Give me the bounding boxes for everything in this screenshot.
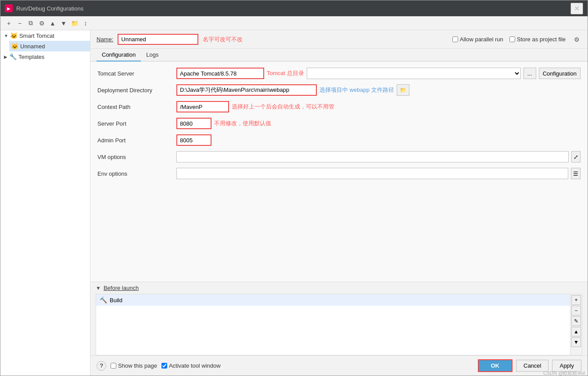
show-this-page-label: Show this page	[118, 362, 157, 369]
deployment-dir-control: 选择项目中 webapp 文件路径 📁	[176, 84, 581, 96]
title-bar: ▶ Run/Debug Configurations ✕	[0, 0, 588, 16]
tabs: Configuration Logs	[90, 49, 588, 61]
down-config-button[interactable]: ▼	[59, 18, 68, 28]
context-path-label: Context Path	[97, 104, 176, 110]
form-row-env-options: Env options ☰	[97, 168, 581, 179]
unnamed-icon: 🐱	[11, 43, 18, 50]
launch-list-wrapper: 🔨 Build + − ✎ ▲ ▼	[96, 294, 582, 355]
footer: ? Show this page Activate tool window OK…	[90, 355, 588, 376]
show-this-page-group[interactable]: Show this page	[111, 362, 157, 369]
name-label: Name:	[97, 36, 113, 43]
env-options-control: ☰	[176, 168, 581, 179]
admin-port-label: Admin Port	[97, 137, 176, 144]
remove-config-button[interactable]: −	[15, 18, 25, 28]
footer-left: ? Show this page Activate tool window	[97, 361, 221, 371]
form-row-tomcat-server: Tomcat Server Tomcat 总目录 ... Configurati…	[97, 68, 581, 79]
server-port-control: 不用修改，使用默认值	[176, 118, 581, 129]
env-options-input[interactable]	[176, 168, 568, 179]
launch-down-button[interactable]: ▼	[571, 337, 581, 347]
tomcat-server-label: Tomcat Server	[97, 70, 176, 77]
side-btn-col: + − ✎ ▲ ▼	[570, 294, 582, 355]
server-port-hint: 不用修改，使用默认值	[214, 119, 271, 127]
tomcat-server-dropdown[interactable]	[307, 68, 521, 79]
name-input[interactable]	[118, 34, 198, 45]
tomcat-hint: Tomcat 总目录	[267, 69, 304, 77]
launch-add-button[interactable]: +	[571, 295, 581, 305]
sidebar-tree-section: 🐱 Unnamed	[0, 41, 90, 51]
store-as-project-file-checkbox[interactable]	[509, 36, 515, 42]
run-debug-dialog: ▶ Run/Debug Configurations ✕ + − ⧉ ⚙ ▲ ▼…	[0, 0, 588, 376]
deployment-dir-input[interactable]	[176, 84, 317, 96]
sidebar-item-unnamed[interactable]: 🐱 Unnamed	[9, 41, 90, 51]
folder-config-button[interactable]: 📁	[70, 18, 79, 28]
before-launch-expand-icon[interactable]: ▼	[96, 285, 101, 291]
env-options-edit-button[interactable]: ☰	[571, 168, 581, 179]
vm-options-expand-button[interactable]: ⤢	[571, 151, 581, 163]
name-bar: Name: 名字可改可不改 Allow parallel run Store a…	[90, 30, 588, 49]
sidebar: ▼ 🐱 Smart Tomcat 🐱 Unnamed ▶ 🔧 Templates	[0, 30, 90, 376]
up-config-button[interactable]: ▲	[48, 18, 57, 28]
show-this-page-checkbox[interactable]	[111, 363, 116, 369]
help-button[interactable]: ?	[97, 361, 106, 371]
before-launch-header: ▼ Before launch	[90, 282, 588, 294]
vm-options-control: ⤢	[176, 151, 581, 163]
deployment-hint: 选择项目中 webapp 文件路径	[319, 86, 394, 94]
build-icon: 🔨	[100, 296, 107, 304]
admin-port-input[interactable]	[176, 134, 212, 146]
vm-options-input[interactable]	[176, 151, 569, 163]
deployment-dir-label: Deployment Directory	[97, 87, 176, 94]
before-launch-section: ▼ Before launch 🔨 Build + −	[90, 282, 588, 355]
form-row-context-path: Context Path 选择好上一个后会自动生成，可以不用管	[97, 101, 581, 112]
watermark: CSDN @欧欧欧wul	[543, 370, 585, 376]
allow-parallel-run-label: Allow parallel run	[460, 36, 503, 43]
server-port-label: Server Port	[97, 120, 176, 127]
form-row-deployment-dir: Deployment Directory 选择项目中 webapp 文件路径 📁	[97, 84, 581, 96]
tomcat-server-control: Tomcat 总目录 ... Configuration	[176, 68, 581, 79]
admin-port-control	[176, 134, 581, 146]
context-hint: 选择好上一个后会自动生成，可以不用管	[232, 103, 334, 111]
sidebar-item-templates[interactable]: ▶ 🔧 Templates	[0, 51, 90, 62]
templates-arrow-icon: ▶	[4, 54, 7, 59]
tomcat-configuration-button[interactable]: Configuration	[539, 68, 581, 79]
server-port-input[interactable]	[176, 118, 212, 129]
form-row-vm-options: VM options ⤢	[97, 151, 581, 163]
tab-configuration[interactable]: Configuration	[97, 49, 141, 61]
templates-label: Templates	[18, 54, 44, 60]
project-file-settings-button[interactable]: ⚙	[572, 35, 581, 44]
tomcat-server-input[interactable]	[176, 68, 264, 79]
copy-config-button[interactable]: ⧉	[26, 18, 36, 28]
launch-remove-button[interactable]: −	[571, 306, 581, 315]
deployment-folder-button[interactable]: 📁	[397, 84, 409, 96]
arrow-icon: ▼	[4, 33, 8, 38]
store-as-project-file-group[interactable]: Store as project file	[509, 36, 566, 43]
sort-config-button[interactable]: ↕	[81, 18, 90, 28]
launch-item-build[interactable]: 🔨 Build	[96, 294, 570, 306]
smart-tomcat-label: Smart Tomcat	[19, 33, 54, 39]
launch-edit-button[interactable]: ✎	[571, 316, 581, 326]
form-row-server-port: Server Port 不用修改，使用默认值	[97, 118, 581, 129]
tab-logs[interactable]: Logs	[141, 49, 164, 61]
launch-up-button[interactable]: ▲	[571, 327, 581, 336]
unnamed-label: Unnamed	[20, 43, 45, 50]
right-panel: Name: 名字可改可不改 Allow parallel run Store a…	[90, 30, 588, 376]
name-options: Allow parallel run Store as project file…	[452, 35, 581, 44]
dialog-title: Run/Debug Configurations	[16, 5, 570, 12]
tomcat-browse-button[interactable]: ...	[523, 68, 536, 79]
context-path-input[interactable]	[176, 101, 229, 112]
allow-parallel-run-checkbox[interactable]	[452, 36, 458, 42]
launch-list-inner: 🔨 Build	[96, 294, 570, 355]
activate-tool-window-label: Activate tool window	[169, 362, 221, 369]
sidebar-item-smart-tomcat[interactable]: ▼ 🐱 Smart Tomcat	[0, 30, 90, 41]
name-hint: 名字可改可不改	[203, 36, 243, 43]
app-icon: ▶	[5, 4, 13, 12]
vm-options-label: VM options	[97, 154, 176, 160]
activate-tool-window-group[interactable]: Activate tool window	[161, 362, 221, 369]
config-panel: Tomcat Server Tomcat 总目录 ... Configurati…	[90, 61, 588, 282]
close-button[interactable]: ✕	[570, 3, 583, 14]
ok-button[interactable]: OK	[478, 359, 513, 372]
allow-parallel-run-group[interactable]: Allow parallel run	[452, 36, 503, 43]
add-config-button[interactable]: +	[4, 18, 14, 28]
settings-config-button[interactable]: ⚙	[37, 18, 47, 28]
form-row-admin-port: Admin Port	[97, 134, 581, 146]
activate-tool-window-checkbox[interactable]	[161, 363, 167, 369]
